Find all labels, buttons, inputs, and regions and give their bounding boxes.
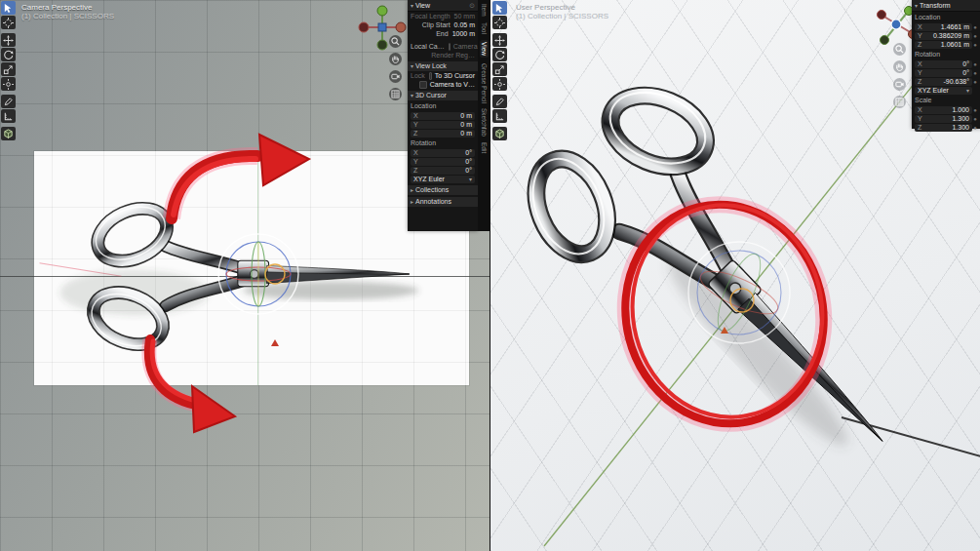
scale-tool[interactable] [1, 62, 16, 76]
move-tool[interactable] [492, 33, 507, 47]
pan-hand-icon[interactable] [893, 60, 906, 73]
sidebar-view-panel: ▾ View ⊙ Focal Length 50 mm Clip Start 0… [408, 0, 478, 231]
annotations-header[interactable]: ▸ Annotations [408, 197, 478, 207]
cursor-rot-z[interactable]: Z0° [408, 166, 478, 175]
caret-icon: ▾ [411, 92, 413, 99]
viewport-info-right: User Perspective (1) Collection | SCISSO… [516, 3, 608, 20]
render-region-row: Render Reg… [408, 51, 478, 59]
local-camera-checkbox[interactable] [449, 43, 451, 51]
chevron-down-icon: ▾ [966, 87, 969, 95]
x-axis-line [0, 276, 490, 277]
rotate-gizmo-left [218, 234, 298, 346]
tab-view[interactable]: View [480, 40, 489, 58]
camera-view-icon[interactable] [389, 70, 402, 83]
view-name: Camera Perspective [21, 3, 114, 12]
cursor-euler-dropdown[interactable]: XYZ Euler▾ [408, 175, 478, 183]
collections-header[interactable]: ▸ Collections [408, 185, 478, 195]
to-3d-cursor-checkbox[interactable] [429, 72, 432, 80]
camera-view-icon[interactable] [893, 78, 906, 91]
animate-dot-icon[interactable]: ● [972, 115, 978, 123]
view-panel-header[interactable]: ▾ View ⊙ [408, 0, 478, 12]
scale-y[interactable]: Y1.300● [912, 114, 980, 123]
view-controls-right [893, 43, 906, 108]
camera-frame [34, 151, 469, 385]
axes-right [490, 0, 980, 551]
cursor-rot-y[interactable]: Y0° [408, 157, 478, 166]
camera-to-view-checkbox[interactable] [419, 81, 427, 89]
rot-z[interactable]: Z-90.638°● [912, 77, 980, 86]
scale-z[interactable]: Z1.300● [912, 123, 980, 132]
local-camera-row[interactable]: Local Ca… Camera [408, 42, 478, 51]
red-axis-hint [39, 262, 121, 276]
animate-dot-icon[interactable]: ● [972, 69, 978, 77]
tab-item[interactable]: Item [481, 4, 488, 17]
add-cube-tool[interactable] [1, 127, 16, 140]
collection-path: (1) Collection | SCISSORS [21, 12, 114, 20]
animate-dot-icon[interactable]: ● [972, 41, 978, 49]
transform-panel-header[interactable]: ▾ Transform [912, 0, 980, 12]
chevron-down-icon: ▾ [469, 176, 472, 183]
euler-dropdown[interactable]: XYZ Euler▾ [912, 86, 980, 95]
view-panel-title: View [415, 2, 430, 10]
animate-dot-icon[interactable]: ● [972, 106, 978, 114]
measure-tool[interactable] [492, 109, 507, 123]
scale-label: Scale [912, 95, 980, 105]
tab-edit[interactable]: Edit [481, 142, 488, 153]
rot-y[interactable]: Y0°● [912, 68, 980, 77]
tab-grease-pencil[interactable]: Grease Pencil [481, 63, 488, 103]
transform-tool[interactable] [492, 77, 507, 91]
animate-dot-icon[interactable]: ● [972, 124, 978, 132]
view-lock-header[interactable]: ▾ View Lock [408, 61, 478, 71]
loc-z[interactable]: Z1.0601 m● [912, 40, 980, 49]
animate-dot-icon[interactable]: ● [972, 32, 978, 40]
select-box-tool[interactable] [1, 1, 16, 15]
pan-hand-icon[interactable] [389, 53, 402, 65]
loc-y[interactable]: Y0.386209 m● [912, 31, 980, 40]
rotate-gizmo-right [688, 242, 790, 343]
cursor-location-label: Location [408, 100, 478, 111]
tab-tool[interactable]: Tool [481, 22, 488, 34]
cursor-loc-y[interactable]: Y0 m [408, 120, 478, 129]
transform-panel-title: Transform [920, 2, 951, 10]
loc-x[interactable]: X1.4661 m● [912, 22, 980, 31]
camera-to-view-row[interactable]: Camera to V… [408, 80, 478, 89]
annotate-tool[interactable] [492, 95, 507, 108]
scale-tool[interactable] [492, 62, 507, 76]
measure-tool[interactable] [1, 109, 16, 123]
rotate-tool[interactable] [1, 48, 16, 61]
cursor-loc-z[interactable]: Z0 m [408, 129, 478, 138]
select-box-tool[interactable] [492, 1, 507, 15]
tab-sketchfab[interactable]: Sketchfab [481, 108, 488, 137]
clip-end-row[interactable]: End 1000 m [408, 29, 478, 38]
ortho-grid-icon[interactable] [893, 96, 906, 108]
move-tool[interactable] [1, 33, 16, 47]
transform-panel: ▾ Transform Location X1.4661 m● Y0.38620… [912, 0, 980, 129]
collection-path: (1) Collection | SCISSORS [516, 12, 608, 20]
toolbar-right [492, 0, 508, 140]
cursor-loc-x[interactable]: X0 m [408, 111, 478, 120]
lock-to-cursor-row[interactable]: Lock To 3D Cursor [408, 71, 478, 80]
sidebar-tabs: Item Tool View Grease Pencil Sketchfab E… [478, 0, 490, 231]
zoom-icon[interactable] [893, 43, 906, 56]
caret-icon: ▾ [411, 2, 413, 10]
cursor-3d-header[interactable]: ▾ 3D Cursor [408, 91, 478, 100]
cursor-rot-x[interactable]: X0° [408, 148, 478, 157]
viewport-user[interactable]: User Perspective (1) Collection | SCISSO… [490, 0, 980, 551]
add-cube-tool[interactable] [492, 127, 507, 140]
cursor-tool[interactable] [1, 16, 16, 29]
location-label: Location [912, 12, 980, 22]
cursor-tool[interactable] [492, 16, 507, 29]
focal-length-row: Focal Length 50 mm [408, 12, 478, 20]
ortho-grid-icon[interactable] [389, 88, 402, 100]
pin-icon[interactable]: ⊙ [469, 2, 475, 10]
animate-dot-icon[interactable]: ● [972, 60, 978, 68]
rotate-tool[interactable] [492, 48, 507, 61]
animate-dot-icon[interactable]: ● [972, 78, 978, 86]
clip-start-row[interactable]: Clip Start 0.05 m [408, 20, 478, 29]
animate-dot-icon[interactable]: ● [972, 23, 978, 31]
rot-x[interactable]: X0°● [912, 59, 980, 68]
scale-x[interactable]: X1.000● [912, 105, 980, 114]
annotate-tool[interactable] [1, 95, 16, 108]
zoom-icon[interactable] [389, 35, 402, 48]
transform-tool[interactable] [1, 77, 16, 91]
